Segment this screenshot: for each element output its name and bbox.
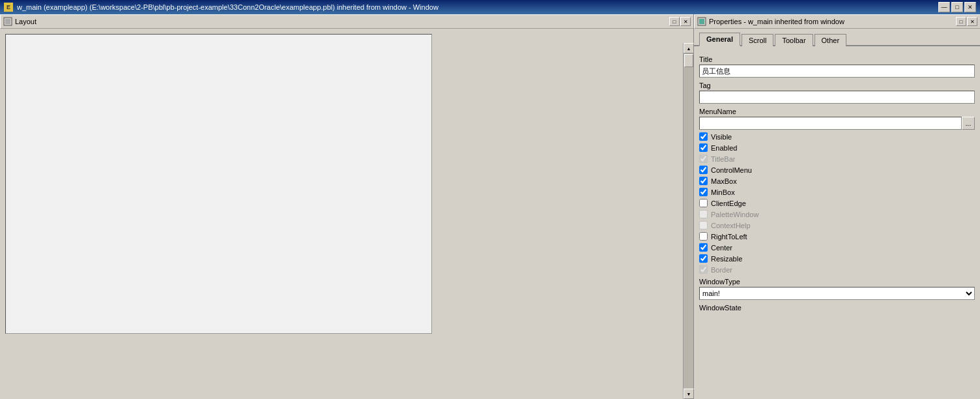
svg-rect-3 xyxy=(699,19,704,24)
title-bar-buttons: — □ ✕ xyxy=(938,2,976,12)
properties-panel-icon xyxy=(697,17,706,26)
layout-restore-button[interactable]: □ xyxy=(669,17,680,26)
window-title: w_main (exampleapp) (E:\workspace\2-PB\p… xyxy=(17,3,439,11)
title-property-input[interactable] xyxy=(699,65,975,78)
main-content: Layout □ ✕ ▲ ▼ xyxy=(0,14,980,399)
checkbox-row-resizable: Resizable xyxy=(699,254,975,263)
checkbox-row-controlmenu: ControlMenu xyxy=(699,166,975,174)
layout-panel-titlebar: Layout □ ✕ xyxy=(0,14,693,29)
checkbox-center[interactable] xyxy=(699,243,708,252)
checkbox-palettewindow xyxy=(699,210,708,218)
checkbox-row-contexthelp: ContextHelp xyxy=(699,221,975,229)
scrollbar-down-button[interactable]: ▼ xyxy=(684,389,694,399)
checkbox-row-clientedge: ClientEdge xyxy=(699,199,975,207)
layout-canvas-area: ▲ ▼ xyxy=(0,29,693,399)
checkbox-label-visible: Visible xyxy=(711,133,732,141)
checkbox-controlmenu[interactable] xyxy=(699,166,708,174)
checkbox-row-titlebar: TitleBar xyxy=(699,155,975,163)
checkbox-minbox[interactable] xyxy=(699,188,708,196)
checkbox-border xyxy=(699,265,708,274)
properties-panel-titlebar: Properties - w_main inherited from windo… xyxy=(694,14,980,29)
checkbox-label-maxbox: MaxBox xyxy=(711,177,737,185)
properties-restore-button[interactable]: □ xyxy=(956,17,966,26)
layout-panel-title: Layout xyxy=(15,18,36,25)
tab-other[interactable]: Other xyxy=(814,34,847,46)
svg-rect-1 xyxy=(5,19,10,24)
checkbox-contexthelp xyxy=(699,221,708,229)
layout-scrollbar: ▲ ▼ xyxy=(683,43,693,399)
app-icon: E xyxy=(4,3,13,12)
checkboxes-container: VisibleEnabledTitleBarControlMenuMaxBoxM… xyxy=(699,132,975,274)
scrollbar-track xyxy=(684,53,693,389)
layout-panel-icon xyxy=(3,17,12,26)
checkbox-row-border: Border xyxy=(699,265,975,274)
checkbox-label-minbox: MinBox xyxy=(711,188,735,196)
menuname-input-row: ... xyxy=(699,117,975,130)
checkbox-titlebar xyxy=(699,155,708,163)
tab-toolbar[interactable]: Toolbar xyxy=(775,34,813,46)
scrollbar-thumb[interactable] xyxy=(684,54,693,67)
checkbox-label-titlebar: TitleBar xyxy=(711,155,736,163)
close-button[interactable]: ✕ xyxy=(964,2,976,12)
title-property-label: Title xyxy=(699,55,975,63)
tabs-row: General Scroll Toolbar Other xyxy=(694,29,980,46)
minimize-button[interactable]: — xyxy=(938,2,950,12)
scrollbar-up-button[interactable]: ▲ xyxy=(684,43,694,53)
windowtype-select[interactable]: main! child! popup! response! mdi_1! mdi… xyxy=(699,287,975,300)
checkbox-label-resizable: Resizable xyxy=(711,255,742,263)
checkbox-maxbox[interactable] xyxy=(699,177,708,185)
checkbox-clientedge[interactable] xyxy=(699,199,708,207)
checkbox-label-clientedge: ClientEdge xyxy=(711,200,746,207)
properties-panel-buttons: □ ✕ xyxy=(956,17,977,26)
windowtype-label: WindowType xyxy=(699,278,975,286)
checkbox-visible[interactable] xyxy=(699,132,708,141)
checkbox-row-palettewindow: PaletteWindow xyxy=(699,210,975,218)
menuname-browse-button[interactable]: ... xyxy=(962,117,975,130)
layout-close-button[interactable]: ✕ xyxy=(680,17,691,26)
checkbox-row-maxbox: MaxBox xyxy=(699,177,975,185)
properties-panel-title-left: Properties - w_main inherited from windo… xyxy=(697,17,844,26)
title-bar: E w_main (exampleapp) (E:\workspace\2-PB… xyxy=(0,0,980,14)
properties-panel-title: Properties - w_main inherited from windo… xyxy=(709,18,844,25)
layout-panel-title-left: Layout xyxy=(3,17,36,26)
checkbox-row-minbox: MinBox xyxy=(699,188,975,196)
checkbox-label-controlmenu: ControlMenu xyxy=(711,166,752,174)
properties-panel: Properties - w_main inherited from windo… xyxy=(694,14,980,399)
menuname-property-label: MenuName xyxy=(699,108,975,115)
properties-content: Title Tag MenuName ... VisibleEnabledTit… xyxy=(694,46,980,399)
layout-panel-buttons: □ ✕ xyxy=(669,17,691,26)
checkbox-label-palettewindow: PaletteWindow xyxy=(711,211,758,218)
checkbox-enabled[interactable] xyxy=(699,143,708,152)
checkbox-label-enabled: Enabled xyxy=(711,144,737,152)
menuname-property-input[interactable] xyxy=(699,117,962,130)
layout-canvas[interactable] xyxy=(5,34,432,334)
layout-panel: Layout □ ✕ ▲ ▼ xyxy=(0,14,694,399)
properties-close-button[interactable]: ✕ xyxy=(967,17,977,26)
tag-property-label: Tag xyxy=(699,81,975,89)
checkbox-row-center: Center xyxy=(699,243,975,252)
checkbox-righttoleft[interactable] xyxy=(699,232,708,241)
checkbox-label-center: Center xyxy=(711,244,732,252)
tab-general[interactable]: General xyxy=(699,33,740,46)
checkbox-label-border: Border xyxy=(711,266,732,274)
checkbox-label-righttoleft: RightToLeft xyxy=(711,233,747,241)
checkbox-row-righttoleft: RightToLeft xyxy=(699,232,975,241)
tag-property-input[interactable] xyxy=(699,91,975,104)
tab-scroll[interactable]: Scroll xyxy=(742,34,774,46)
windowstate-label: WindowState xyxy=(699,304,975,312)
checkbox-label-contexthelp: ContextHelp xyxy=(711,222,751,229)
maximize-button[interactable]: □ xyxy=(951,2,963,12)
checkbox-resizable[interactable] xyxy=(699,254,708,263)
checkbox-row-visible: Visible xyxy=(699,132,975,141)
checkbox-row-enabled: Enabled xyxy=(699,143,975,152)
